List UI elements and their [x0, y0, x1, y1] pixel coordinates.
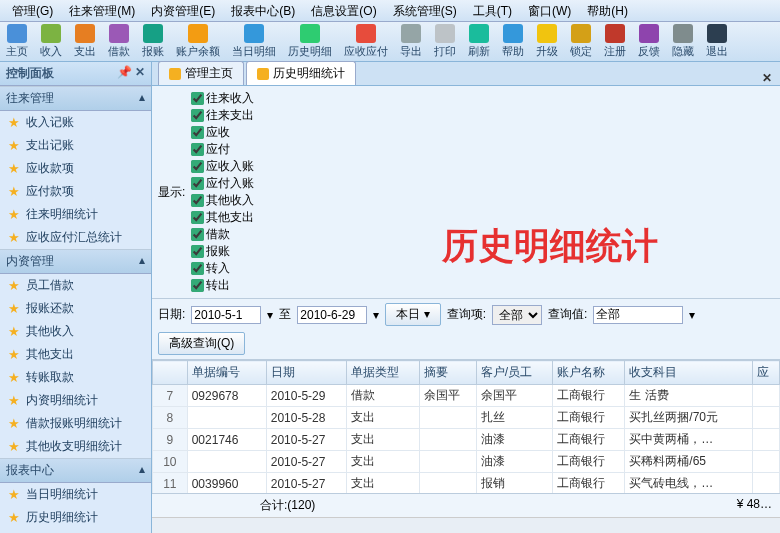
star-icon: ★ [8, 439, 20, 454]
toolbar-button-退出[interactable]: 退出 [700, 22, 734, 61]
menu-item[interactable]: 往来管理(M) [61, 0, 143, 21]
sidebar-group-header[interactable]: 往来管理▴ [0, 86, 151, 111]
sidebar-item[interactable]: ★借款报账明细统计 [0, 412, 151, 435]
col-header[interactable]: 账户名称 [553, 361, 625, 385]
query-field-select[interactable]: 全部 [492, 305, 542, 325]
filter-checkbox[interactable]: 往来收入 [191, 90, 254, 107]
sidebar-item[interactable]: ★其他支出 [0, 343, 151, 366]
query-value-input[interactable] [593, 306, 683, 324]
filter-checkbox[interactable]: 应收入账 [191, 158, 254, 175]
toolbar-button-锁定[interactable]: 锁定 [564, 22, 598, 61]
filter-checkbox[interactable]: 转入 [191, 260, 254, 277]
table-row[interactable]: 1100399602010-5-27支出报销工商银行买气砖电线，… [153, 473, 780, 494]
table-row[interactable]: 102010-5-27支出油漆工商银行买稀料两桶/65 [153, 451, 780, 473]
table-row[interactable]: 709296782010-5-29借款余国平余国平工商银行生 活费 [153, 385, 780, 407]
filter-checkbox[interactable]: 借款 [191, 226, 254, 243]
table-row[interactable]: 82010-5-28支出扎丝工商银行买扎丝两捆/70元 [153, 407, 780, 429]
toolbar-button-隐藏[interactable]: 隐藏 [666, 22, 700, 61]
tab-icon [257, 68, 269, 80]
menu-item[interactable]: 系统管理(S) [385, 0, 465, 21]
filter-checkbox[interactable]: 应收 [191, 124, 254, 141]
sidebar-item[interactable]: ★当日明细统计 [0, 483, 151, 506]
toolbar-button-应收应付[interactable]: 应收应付 [338, 22, 394, 61]
star-icon: ★ [8, 324, 20, 339]
col-header[interactable]: 单据类型 [347, 361, 419, 385]
star-icon: ★ [8, 278, 20, 293]
date-to-input[interactable] [297, 306, 367, 324]
toolbar-button-支出[interactable]: 支出 [68, 22, 102, 61]
menu-item[interactable]: 信息设置(O) [303, 0, 384, 21]
sidebar-item[interactable]: ★历史明细统计 [0, 506, 151, 529]
main-toolbar: 主页收入支出借款报账账户余额当日明细历史明细应收应付导出打印刷新帮助升级锁定注册… [0, 22, 780, 62]
sidebar-item[interactable]: ★应收应付汇总统计 [0, 226, 151, 249]
toolbar-button-借款[interactable]: 借款 [102, 22, 136, 61]
col-header[interactable]: 收支科目 [625, 361, 753, 385]
toolbar-button-账户余额[interactable]: 账户余额 [170, 22, 226, 61]
filter-checkbox[interactable]: 报账 [191, 243, 254, 260]
menu-item[interactable]: 帮助(H) [579, 0, 636, 21]
toolbar-button-导出[interactable]: 导出 [394, 22, 428, 61]
tab-close-icon[interactable]: ✕ [754, 71, 780, 85]
star-icon: ★ [8, 301, 20, 316]
col-header[interactable] [153, 361, 188, 385]
sidebar-item[interactable]: ★应收款项 [0, 157, 151, 180]
pin-icon[interactable]: 📌 ✕ [117, 65, 145, 82]
sidebar-item[interactable]: ★收入记账 [0, 111, 151, 134]
sidebar-item[interactable]: ★内资明细统计 [0, 389, 151, 412]
filter-bar-1: 显示: 往来收入 往来支出 应收 应付 应收入账 应付入账 其他收入 其他支出 … [152, 86, 780, 299]
menu-item[interactable]: 工具(T) [465, 0, 520, 21]
grand-total: ¥ 48… [737, 497, 772, 514]
toolbar-button-收入[interactable]: 收入 [34, 22, 68, 61]
star-icon: ★ [8, 393, 20, 408]
adv-query-button[interactable]: 高级查询(Q) [158, 332, 245, 355]
toolbar-button-升级[interactable]: 升级 [530, 22, 564, 61]
sidebar-item[interactable]: ★其他收入 [0, 320, 151, 343]
filter-checkbox[interactable]: 转出 [191, 277, 254, 294]
star-icon: ★ [8, 487, 20, 502]
table-row[interactable]: 900217462010-5-27支出油漆工商银行买中黄两桶，… [153, 429, 780, 451]
toolbar-button-报账[interactable]: 报账 [136, 22, 170, 61]
sidebar-group-header[interactable]: 报表中心▴ [0, 458, 151, 483]
date-from-input[interactable] [191, 306, 261, 324]
col-header[interactable]: 客户/员工 [476, 361, 552, 385]
sidebar-item[interactable]: ★其他收支明细统计 [0, 435, 151, 458]
menu-item[interactable]: 报表中心(B) [223, 0, 303, 21]
toolbar-button-反馈[interactable]: 反馈 [632, 22, 666, 61]
filter-checkbox[interactable]: 其他收入 [191, 192, 254, 209]
col-header[interactable]: 单据编号 [187, 361, 266, 385]
sidebar-item[interactable]: ★应付款项 [0, 180, 151, 203]
filter-checkbox[interactable]: 应付 [191, 141, 254, 158]
star-icon: ★ [8, 230, 20, 245]
tab[interactable]: 管理主页 [158, 61, 244, 85]
sidebar-title: 控制面板📌 ✕ [0, 62, 151, 86]
menu-item[interactable]: 窗口(W) [520, 0, 579, 21]
col-header[interactable]: 日期 [266, 361, 347, 385]
sidebar-item[interactable]: ★转账取款 [0, 366, 151, 389]
menu-item[interactable]: 管理(G) [4, 0, 61, 21]
filter-checkbox[interactable]: 往来支出 [191, 107, 254, 124]
sidebar-item[interactable]: ★报账还款 [0, 297, 151, 320]
tab[interactable]: 历史明细统计 [246, 61, 356, 85]
col-header[interactable]: 摘要 [419, 361, 476, 385]
content-area: 管理主页历史明细统计 ✕ 显示: 往来收入 往来支出 应收 应付 应收入账 应付… [152, 62, 780, 533]
toolbar-button-注册[interactable]: 注册 [598, 22, 632, 61]
toolbar-button-帮助[interactable]: 帮助 [496, 22, 530, 61]
h-scrollbar[interactable] [152, 517, 780, 533]
menu-item[interactable]: 内资管理(E) [143, 0, 223, 21]
sidebar-item[interactable]: ★支出记账 [0, 134, 151, 157]
sidebar-item[interactable]: ★员工借款 [0, 274, 151, 297]
data-grid[interactable]: 单据编号日期单据类型摘要客户/员工账户名称收支科目应 709296782010-… [152, 360, 780, 493]
sidebar-group-header[interactable]: 内资管理▴ [0, 249, 151, 274]
filter-checkbox[interactable]: 应付入账 [191, 175, 254, 192]
col-header[interactable]: 应 [753, 361, 780, 385]
sidebar-item[interactable]: ★往来明细统计 [0, 203, 151, 226]
show-label: 显示: [158, 184, 185, 201]
toolbar-button-刷新[interactable]: 刷新 [462, 22, 496, 61]
sidebar-item[interactable]: ★账户余额统计 [0, 529, 151, 533]
toolbar-button-主页[interactable]: 主页 [0, 22, 34, 61]
toolbar-button-打印[interactable]: 打印 [428, 22, 462, 61]
filter-checkbox[interactable]: 其他支出 [191, 209, 254, 226]
toolbar-button-历史明细[interactable]: 历史明细 [282, 22, 338, 61]
toolbar-button-当日明细[interactable]: 当日明细 [226, 22, 282, 61]
today-button[interactable]: 本日 ▾ [385, 303, 440, 326]
